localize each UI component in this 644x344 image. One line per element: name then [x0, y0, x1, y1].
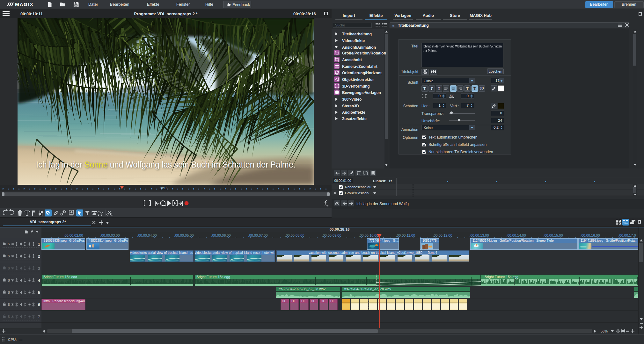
svg-text:S: S	[8, 315, 10, 319]
svg-text:T: T	[438, 86, 440, 90]
svg-text:S: S	[8, 290, 10, 294]
svg-text:S: S	[8, 266, 10, 270]
svg-text:T: T	[430, 86, 433, 91]
svg-text:T: T	[423, 86, 426, 91]
svg-text:3D: 3D	[480, 87, 484, 90]
svg-text:T: T	[466, 86, 469, 91]
svg-text:T: T	[473, 86, 476, 91]
svg-text:S: S	[8, 254, 10, 258]
svg-text:S: S	[8, 278, 10, 282]
svg-text:S: S	[8, 242, 10, 246]
svg-text:MAGIX: MAGIX	[15, 2, 33, 7]
svg-text:Ich lag in der Sonne und Wolfg: Ich lag in der Sonne und Wolfgang las se…	[36, 160, 296, 169]
svg-text:S: S	[8, 303, 10, 306]
